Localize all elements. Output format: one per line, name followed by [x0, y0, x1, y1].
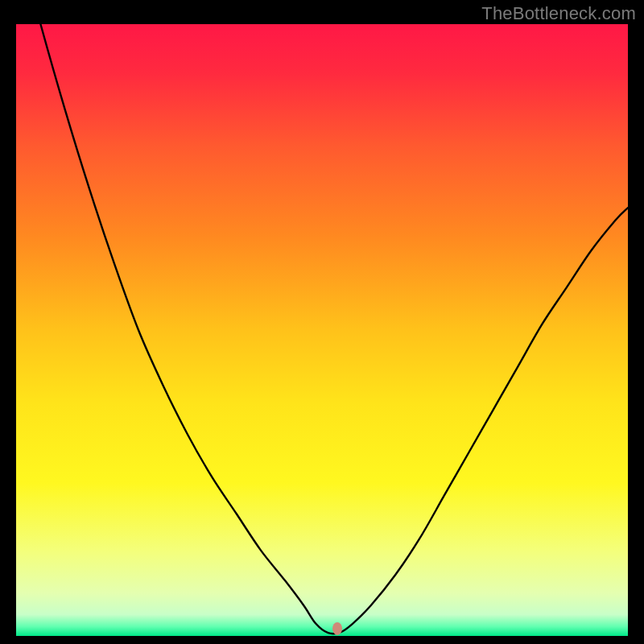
watermark-text: TheBottleneck.com: [481, 3, 636, 24]
chart-frame: TheBottleneck.com: [0, 0, 644, 644]
optimum-point: [332, 622, 342, 635]
plot-svg: [16, 24, 628, 636]
plot-area: [16, 24, 628, 636]
gradient-background: [16, 24, 628, 636]
